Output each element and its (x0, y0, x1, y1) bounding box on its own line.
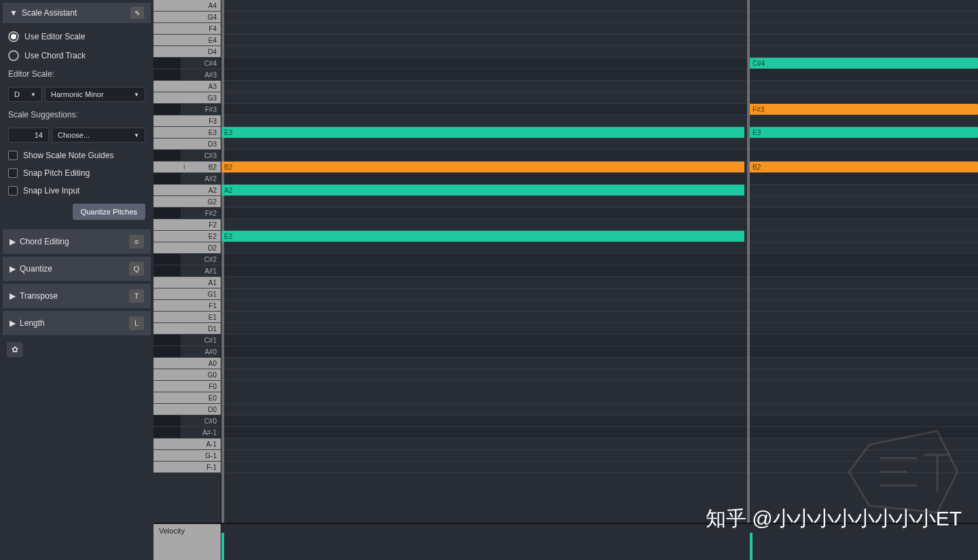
midi-note-F#3[interactable]: F#3 (750, 104, 978, 115)
grid-row (221, 46, 978, 58)
radio-use-editor-scale[interactable]: Use Editor Scale (8, 31, 145, 42)
grid-row (221, 219, 978, 231)
midi-note-B2[interactable]: B2 (750, 162, 978, 172)
piano-key-A3[interactable]: A3 (153, 81, 221, 92)
chevron-right-icon: ▶ (10, 318, 16, 328)
piano-key-G4[interactable]: G4 (153, 12, 221, 23)
piano-key-A#2[interactable]: A#2 (153, 173, 221, 185)
midi-note-E3[interactable]: E3 (750, 127, 978, 138)
grid-row (221, 115, 978, 127)
quantize-pitches-button[interactable]: Quantize Pitches (73, 204, 145, 220)
grid-row (221, 150, 978, 162)
piano-key-F-1[interactable]: F-1 (153, 462, 221, 473)
inspector-sidebar: ▼Scale Assistant ✎ Use Editor Scale Use … (0, 0, 153, 560)
piano-key-C#2[interactable]: C#2 (153, 254, 221, 265)
scale-type-dropdown[interactable]: Harmonic Minor▼ (45, 87, 145, 102)
check-guides-label: Show Scale Note Guides (23, 151, 113, 160)
edit-icon[interactable]: ✎ (130, 7, 144, 19)
radio-use-chord-track[interactable]: Use Chord Track (8, 50, 145, 61)
piano-key-A#3[interactable]: A#3 (153, 69, 221, 81)
gear-icon[interactable]: ✿ (7, 342, 23, 357)
grid-row (221, 265, 978, 277)
piano-key-C#4[interactable]: C#4 (153, 58, 221, 69)
velocity-bar[interactable] (221, 533, 224, 560)
check-snap-pitch[interactable]: Snap Pitch Editing (8, 168, 145, 178)
grid-row (221, 358, 978, 369)
piano-key-A4[interactable]: A4 (153, 0, 221, 12)
root-note-dropdown[interactable]: D▼ (8, 87, 42, 102)
piano-key-G0[interactable]: G0 (153, 369, 221, 381)
piano-key-E4[interactable]: E4 (153, 35, 221, 46)
transpose-section[interactable]: ▶Transpose T (3, 284, 151, 308)
grid-row (221, 35, 978, 46)
grid-row (221, 208, 978, 219)
midi-note-E2[interactable]: E2 (221, 231, 744, 242)
editor-scale-row: D▼ Harmonic Minor▼ (8, 87, 145, 102)
piano-key-A#-1[interactable]: A#-1 (153, 427, 221, 438)
midi-note-C#4[interactable]: C#4 (750, 58, 978, 69)
piano-key-F4[interactable]: F4 (153, 23, 221, 35)
chord-editing-section[interactable]: ▶Chord Editing ≡ (3, 229, 151, 254)
piano-key-G2[interactable]: G2 (153, 196, 221, 208)
piano-key-F0[interactable]: F0 (153, 381, 221, 392)
piano-key-A0[interactable]: A0 (153, 358, 221, 369)
velocity-lanes[interactable] (221, 524, 978, 560)
midi-note-B2[interactable]: B2 (221, 162, 744, 172)
note-grid[interactable]: C#4F#3E3E3B2B2A2E2 (221, 0, 978, 523)
length-section[interactable]: ▶Length L (3, 311, 151, 335)
piano-key-E0[interactable]: E0 (153, 392, 221, 404)
settings-row: ✿ (3, 337, 151, 362)
piano-key-G-1[interactable]: G-1 (153, 450, 221, 462)
piano-key-D0[interactable]: D0 (153, 404, 221, 415)
quantize-section[interactable]: ▶Quantize Q (3, 257, 151, 281)
piano-key-D1[interactable]: D1 (153, 323, 221, 335)
chord-editing-label: Chord Editing (20, 237, 69, 246)
piano-roll: A4G4F4E4D4C#4A#3A3G3F#3F3E3D3C#3B2A#2A2G… (153, 0, 978, 523)
piano-key-C#0[interactable]: C#0 (153, 415, 221, 427)
playhead[interactable] (221, 0, 224, 523)
piano-key-F#2[interactable]: F#2 (153, 208, 221, 219)
scale-assistant-header[interactable]: ▼Scale Assistant ✎ (3, 3, 151, 23)
piano-key-E1[interactable]: E1 (153, 312, 221, 323)
piano-key-A#0[interactable]: A#0 (153, 346, 221, 358)
grid-row (221, 438, 978, 450)
piano-key-D3[interactable]: D3 (153, 138, 221, 150)
grid-row (221, 277, 978, 288)
piano-key-B2[interactable]: B2 (153, 162, 221, 173)
piano-key-F#3[interactable]: F#3 (153, 104, 221, 115)
piano-key-E2[interactable]: E2 (153, 231, 221, 242)
piano-key-A-1[interactable]: A-1 (153, 438, 221, 450)
piano-key-F1[interactable]: F1 (153, 300, 221, 312)
suggestions-label: Scale Suggestions: (8, 110, 145, 119)
check-show-guides[interactable]: Show Scale Note Guides (8, 151, 145, 160)
suggestions-count[interactable]: 14 (8, 128, 49, 143)
piano-key-A2[interactable]: A2 (153, 185, 221, 196)
grid-row (221, 300, 978, 312)
piano-key-C#3[interactable]: C#3 (153, 150, 221, 162)
grid-row (221, 196, 978, 208)
velocity-bar[interactable] (750, 533, 753, 560)
chevron-down-icon: ▼ (10, 8, 18, 18)
check-snap-live[interactable]: Snap Live Input (8, 186, 145, 195)
piano-key-D2[interactable]: D2 (153, 242, 221, 254)
piano-roll-editor: A4G4F4E4D4C#4A#3A3G3F#3F3E3D3C#3B2A#2A2G… (153, 0, 978, 560)
midi-note-E3[interactable]: E3 (221, 127, 744, 138)
piano-key-F2[interactable]: F2 (153, 219, 221, 231)
suggestions-choose-dropdown[interactable]: Choose...▼ (52, 128, 145, 143)
playhead[interactable] (747, 0, 750, 523)
radio-chord-label: Use Chord Track (24, 51, 86, 60)
grid-row (221, 369, 978, 381)
piano-key-G3[interactable]: G3 (153, 92, 221, 104)
piano-key-F3[interactable]: F3 (153, 115, 221, 127)
grid-row (221, 335, 978, 346)
chevron-down-icon: ▼ (31, 92, 36, 98)
piano-key-A#1[interactable]: A#1 (153, 265, 221, 277)
piano-key-E3[interactable]: E3 (153, 127, 221, 138)
piano-key-D4[interactable]: D4 (153, 46, 221, 58)
piano-key-G1[interactable]: G1 (153, 288, 221, 300)
midi-note-A2[interactable]: A2 (221, 185, 744, 195)
check-snap-live-label: Snap Live Input (23, 186, 79, 195)
chevron-right-icon: ▶ (10, 264, 16, 274)
piano-key-C#1[interactable]: C#1 (153, 335, 221, 346)
piano-key-A1[interactable]: A1 (153, 277, 221, 288)
